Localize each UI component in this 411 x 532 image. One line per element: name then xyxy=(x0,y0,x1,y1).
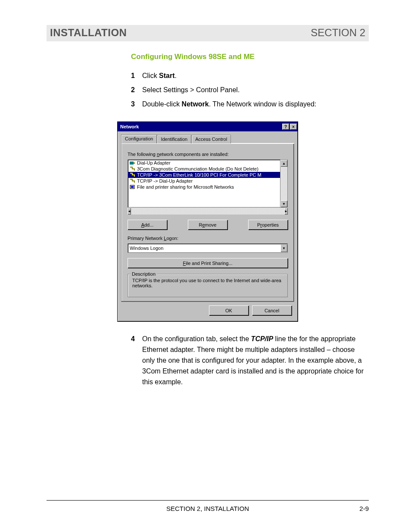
list-item[interactable]: File and printer sharing for Microsoft N… xyxy=(128,184,280,190)
tab-label: Configuration xyxy=(125,136,153,141)
chevron-down-icon[interactable]: ▼ xyxy=(280,244,287,252)
vertical-scrollbar[interactable]: ▲ ▼ xyxy=(280,160,287,207)
list-item-label: TCP/IP -> 3Com EtherLink 10/100 PCI For … xyxy=(137,172,262,177)
step-2-text: Select Settings > Control Panel. xyxy=(142,86,240,93)
protocol-icon xyxy=(129,166,135,171)
logon-label: Primary Network Logon: xyxy=(128,236,288,241)
group-legend: Description xyxy=(131,271,157,277)
list-item[interactable]: Dial-Up Adapter xyxy=(128,160,280,166)
svg-rect-3 xyxy=(131,186,134,188)
tab-identification[interactable]: Identification xyxy=(157,135,191,143)
page-footer: SECTION 2, INSTALLATION 2-9 xyxy=(47,500,369,512)
step-3-text-a: Double-click xyxy=(142,100,182,108)
ok-label: OK xyxy=(225,308,232,313)
step-4-text-a: On the configuration tab, select the xyxy=(142,335,251,342)
list-item[interactable]: TCP/IP -> Dial-Up Adapter xyxy=(128,178,280,184)
logon-value: Windows Logon xyxy=(128,246,280,251)
ok-button[interactable]: OK xyxy=(209,305,249,315)
subheading: Configuring Windows 98SE and ME xyxy=(131,53,369,61)
components-listbox[interactable]: Dial-Up Adapter 3Com Diagnostic Communci… xyxy=(128,159,288,208)
tab-label: Identification xyxy=(161,137,187,142)
step-1-text-a: Click xyxy=(142,72,159,79)
description-text: TCP/IP is the protocol you use to connec… xyxy=(132,278,283,288)
horizontal-scrollbar[interactable]: ◄ ► xyxy=(128,207,288,215)
step-1-bold: Start xyxy=(159,72,174,79)
step-3-bold: Network xyxy=(182,100,209,108)
logon-combo[interactable]: Windows Logon ▼ xyxy=(128,243,288,253)
tab-label: Access Control xyxy=(195,137,227,142)
scroll-up-icon[interactable]: ▲ xyxy=(280,160,287,167)
remove-button[interactable]: Remove xyxy=(188,220,227,230)
list-item-label: 3Com Diagnostic Communciation Module (Do… xyxy=(137,166,258,171)
help-button[interactable]: ? xyxy=(282,124,289,130)
description-group: Description TCP/IP is the protocol you u… xyxy=(128,274,288,297)
scroll-right-icon[interactable]: ► xyxy=(284,208,288,215)
protocol-icon xyxy=(129,172,135,177)
list-item-label: File and printer sharing for Microsoft N… xyxy=(137,184,234,190)
footer-page: 2-9 xyxy=(359,505,369,512)
step-2: Select Settings > Control Panel. xyxy=(131,85,369,96)
step-3-text-c: . The Network window is displayed: xyxy=(209,100,317,108)
components-label: The following network components are ins… xyxy=(128,152,288,157)
scroll-track[interactable] xyxy=(131,208,284,215)
properties-button[interactable]: Properties xyxy=(248,220,288,230)
tab-panel: The following network components are ins… xyxy=(121,143,294,302)
protocol-icon xyxy=(129,178,135,184)
svg-rect-1 xyxy=(134,162,135,164)
add-button[interactable]: Add... xyxy=(128,220,167,230)
header-section: SECTION 2 xyxy=(311,27,365,39)
service-icon xyxy=(129,184,135,190)
page-header: INSTALLATION SECTION 2 xyxy=(47,25,369,41)
tab-access-control[interactable]: Access Control xyxy=(191,135,231,143)
cancel-button[interactable]: Cancel xyxy=(252,305,292,315)
titlebar[interactable]: Network ? × xyxy=(118,122,298,131)
help-icon: ? xyxy=(284,124,287,129)
step-4-bold: TCP/IP xyxy=(251,335,274,342)
step-3: Double-click Network. The Network window… xyxy=(131,99,369,110)
scroll-left-icon[interactable]: ◄ xyxy=(128,208,131,215)
step-1-text-c: . xyxy=(175,72,177,79)
close-button[interactable]: × xyxy=(290,124,297,130)
adapter-icon xyxy=(129,160,135,165)
list-item-selected[interactable]: TCP/IP -> 3Com EtherLink 10/100 PCI For … xyxy=(128,172,280,178)
step-4: On the configuration tab, select the TCP… xyxy=(131,334,369,387)
header-title: INSTALLATION xyxy=(50,27,127,39)
scroll-track[interactable] xyxy=(280,167,287,200)
list-item-label: TCP/IP -> Dial-Up Adapter xyxy=(137,178,193,184)
svg-rect-0 xyxy=(130,162,134,165)
list-item-label: Dial-Up Adapter xyxy=(137,160,171,165)
tab-strip: Configuration Identification Access Cont… xyxy=(121,134,294,143)
step-4-text-c: line the for the appropriate Ethernet ad… xyxy=(142,335,364,385)
tab-configuration[interactable]: Configuration xyxy=(121,134,157,143)
dialog-title: Network xyxy=(120,124,281,129)
scroll-down-icon[interactable]: ▼ xyxy=(280,200,287,207)
cancel-label: Cancel xyxy=(265,308,279,313)
footer-center: SECTION 2, INSTALLATION xyxy=(166,505,249,512)
close-icon: × xyxy=(292,124,295,129)
file-print-sharing-button[interactable]: File and Print Sharing... xyxy=(128,258,288,268)
step-1: Click Start. xyxy=(131,71,369,81)
network-dialog: Network ? × Configuration Identification… xyxy=(117,121,298,322)
list-item[interactable]: 3Com Diagnostic Communciation Module (Do… xyxy=(128,166,280,172)
